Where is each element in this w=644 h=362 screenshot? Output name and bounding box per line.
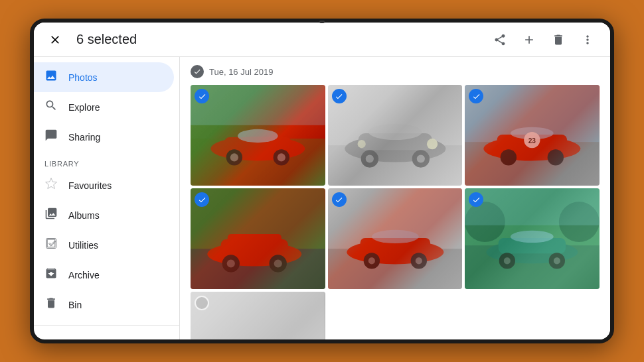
more-options-button[interactable] — [576, 28, 600, 52]
sidebar-item-explore[interactable]: Explore — [34, 92, 174, 122]
svg-point-19 — [427, 139, 438, 149]
photo-check-5[interactable] — [332, 192, 347, 207]
top-bar-left: 6 selected — [44, 29, 488, 50]
top-bar: 6 selected — [34, 23, 610, 57]
sidebar-favourites-label: Favourites — [68, 180, 112, 191]
date-label: Tue, 16 Jul 2019 — [209, 67, 273, 77]
svg-rect-1 — [191, 85, 325, 125]
svg-point-5 — [238, 129, 278, 143]
utilities-icon — [44, 237, 58, 253]
sidebar-utilities-label: Utilities — [68, 240, 98, 251]
photo-check-7[interactable] — [195, 296, 209, 310]
albums-icon — [44, 207, 58, 223]
svg-point-27 — [548, 149, 564, 165]
star-icon — [44, 177, 58, 194]
svg-point-18 — [416, 154, 424, 162]
svg-point-26 — [501, 149, 517, 165]
sidebar-item-bin[interactable]: Bin — [34, 290, 174, 320]
sidebar-item-photos[interactable]: Photos — [34, 62, 174, 92]
photo-grid-row3: 12 — [191, 292, 600, 339]
svg-point-20 — [357, 140, 365, 148]
svg-text:23: 23 — [528, 137, 536, 145]
sharing-icon — [44, 129, 58, 145]
sidebar-item-favourites[interactable]: Favourites — [34, 170, 174, 200]
bin-icon — [44, 296, 58, 313]
photo-grid-row1: 23 — [191, 85, 600, 186]
photo-area: Tue, 16 Jul 2019 — [180, 57, 610, 339]
svg-point-58 — [504, 257, 511, 264]
delete-button[interactable] — [546, 28, 570, 52]
svg-point-16 — [365, 154, 373, 162]
photo-check-2[interactable] — [332, 89, 347, 103]
svg-point-59 — [554, 257, 560, 264]
photo-cell-4[interactable] — [191, 188, 325, 289]
library-section-label: LIBRARY — [34, 152, 179, 170]
svg-point-37 — [227, 259, 235, 267]
selected-count-label: 6 selected — [76, 32, 137, 47]
svg-point-46 — [368, 257, 374, 264]
photo-check-1[interactable] — [195, 89, 209, 103]
photo-check-4[interactable] — [195, 192, 209, 207]
sidebar-item-archive[interactable]: Archive — [34, 260, 174, 290]
svg-point-14 — [368, 124, 422, 140]
svg-rect-34 — [228, 234, 282, 243]
sidebar-item-albums[interactable]: Albums — [34, 200, 174, 230]
more-icon — [581, 33, 594, 46]
photos-icon — [44, 69, 58, 86]
storage-item[interactable]: Storage — [44, 339, 169, 339]
storage-section: Storage 7.3 GB of 15 GB used — [34, 331, 179, 339]
sidebar-sharing-label: Sharing — [68, 132, 100, 143]
share-icon — [493, 33, 507, 46]
close-button[interactable] — [44, 29, 66, 50]
svg-rect-60 — [191, 292, 325, 339]
photo-cell-2[interactable] — [328, 85, 463, 186]
sidebar: Photos Explore Sha — [34, 57, 180, 339]
sidebar-photos-label: Photos — [68, 72, 98, 83]
svg-point-47 — [415, 257, 422, 264]
photo-cell-3[interactable]: 23 — [465, 85, 600, 186]
photo-cell-6[interactable] — [465, 188, 600, 289]
delete-icon — [552, 33, 565, 46]
screen: 6 selected — [34, 23, 610, 339]
sidebar-divider — [34, 325, 179, 326]
photo-cell-5[interactable] — [328, 188, 463, 289]
add-button[interactable] — [517, 28, 541, 52]
svg-rect-52 — [465, 188, 600, 225]
sidebar-explore-label: Explore — [68, 102, 100, 113]
svg-point-7 — [230, 153, 238, 161]
main-content: Photos Explore Sha — [34, 57, 610, 339]
add-icon — [523, 33, 536, 46]
svg-point-55 — [511, 231, 554, 243]
top-bar-right — [488, 28, 600, 52]
date-check-icon[interactable] — [191, 65, 204, 78]
photo-cell-7[interactable]: 12 — [191, 292, 325, 339]
svg-point-43 — [372, 230, 419, 243]
photo-cell-1[interactable] — [191, 85, 325, 186]
explore-icon — [44, 99, 58, 115]
sidebar-albums-label: Albums — [68, 210, 100, 221]
device-frame: 6 selected — [30, 19, 614, 343]
close-icon — [48, 33, 62, 46]
sidebar-item-sharing[interactable]: Sharing — [34, 122, 174, 152]
sidebar-bin-label: Bin — [68, 300, 82, 310]
date-header: Tue, 16 Jul 2019 — [191, 65, 600, 78]
cloud-icon — [44, 339, 58, 339]
archive-icon — [44, 267, 58, 283]
svg-point-38 — [274, 259, 282, 267]
svg-point-9 — [278, 153, 285, 161]
share-button[interactable] — [488, 28, 512, 52]
photo-grid-row2 — [191, 188, 600, 289]
sidebar-item-utilities[interactable]: Utilities — [34, 230, 174, 260]
sidebar-archive-label: Archive — [68, 270, 100, 280]
